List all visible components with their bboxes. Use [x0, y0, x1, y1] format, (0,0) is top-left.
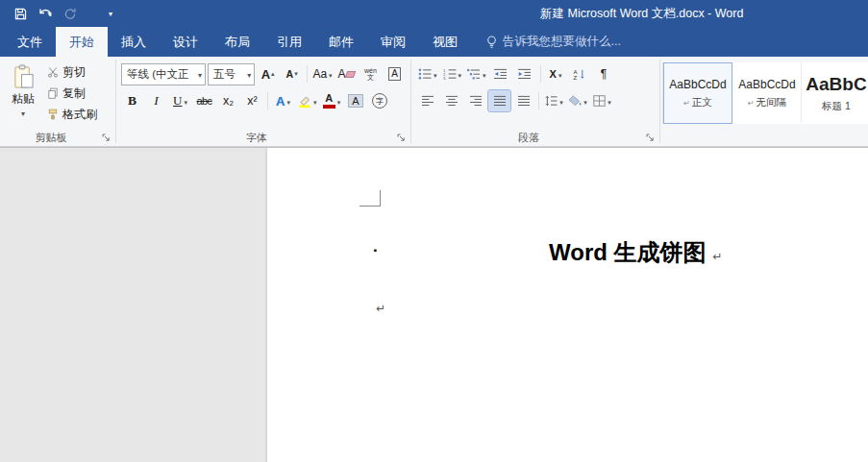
tab-home[interactable]: 开始 — [56, 27, 108, 57]
justify-icon — [493, 95, 507, 107]
strikethrough-button[interactable]: abc — [193, 90, 215, 111]
increase-indent-button[interactable] — [514, 63, 536, 85]
style-card-no-spacing[interactable]: AaBbCcDd ↵ 无间隔 — [732, 62, 802, 124]
formatting-dot-mark: · — [373, 242, 379, 258]
show-formatting-marks-button[interactable]: ¶ — [593, 63, 615, 85]
style-card-normal[interactable]: AaBbCcDd ↵ 正文 — [663, 62, 732, 124]
enclose-characters-button[interactable]: 字 — [369, 90, 391, 111]
highlight-color-button[interactable] — [296, 90, 319, 111]
subscript-button[interactable]: x₂ — [217, 90, 239, 111]
style-preview: AaBbCcDd — [738, 78, 795, 91]
tell-me-box[interactable]: 告诉我您想要做什么... — [486, 27, 621, 57]
undo-dropdown-icon[interactable] — [47, 10, 51, 18]
change-case-button[interactable]: Aa — [311, 63, 334, 85]
redo-button[interactable] — [58, 0, 83, 27]
svg-text:Z: Z — [574, 75, 578, 81]
text-effects-button[interactable]: A — [272, 90, 294, 111]
font-dialog-launcher[interactable] — [396, 133, 407, 143]
underline-button[interactable]: U — [169, 90, 191, 111]
chevron-down-icon — [109, 9, 112, 18]
bold-button[interactable]: B — [121, 90, 143, 111]
increase-indent-icon — [518, 68, 532, 80]
format-painter-button[interactable]: 格式刷 — [47, 105, 97, 124]
line-spacing-button[interactable] — [543, 90, 565, 111]
titlebar: 新建 Microsoft Word 文档.docx - Word — [0, 0, 868, 27]
decrease-indent-button[interactable] — [490, 63, 512, 85]
copy-button[interactable]: 复制 — [47, 84, 97, 103]
document-area[interactable]: · Word 生成饼图 ↵ ↵ — [0, 147, 868, 462]
tab-insert[interactable]: 插入 — [108, 27, 160, 57]
font-group: 等线 (中文正 五号 A A Aa A wén文 — [116, 57, 410, 146]
align-left-button[interactable] — [416, 90, 438, 111]
borders-grid-icon — [593, 95, 606, 107]
shrink-font-button[interactable]: A — [281, 63, 303, 85]
align-left-icon — [421, 95, 434, 107]
undo-button[interactable] — [33, 0, 58, 27]
bullets-button[interactable] — [416, 63, 439, 85]
chevron-down-icon — [198, 68, 202, 80]
paragraph-group: 1.2.3. X — [411, 57, 659, 146]
tab-file[interactable]: 文件 — [4, 27, 56, 57]
borders-button[interactable] — [591, 90, 613, 111]
paint-bucket-icon — [569, 95, 582, 107]
align-center-icon — [445, 95, 459, 107]
character-shading-button[interactable]: A — [345, 90, 367, 111]
save-button[interactable] — [8, 0, 33, 27]
tab-review[interactable]: 审阅 — [367, 27, 419, 57]
font-size-combobox[interactable]: 五号 — [208, 63, 255, 85]
align-right-icon — [469, 95, 483, 107]
multilevel-list-button[interactable] — [465, 63, 488, 85]
chevron-down-icon — [457, 67, 462, 81]
paste-label: 粘贴 — [12, 91, 35, 108]
tab-view[interactable]: 视图 — [419, 27, 471, 57]
clear-formatting-button[interactable]: A — [335, 63, 358, 85]
styles-gallery: AaBbCcDd ↵ 正文 AaBbCcDd ↵ 无间隔 AaBbC 标题 1 — [662, 62, 868, 124]
chevron-down-icon — [481, 67, 486, 81]
numbering-button[interactable]: 1.2.3. — [441, 63, 464, 85]
document-page[interactable]: · Word 生成饼图 ↵ ↵ — [267, 148, 868, 462]
shading-button[interactable] — [567, 90, 589, 111]
copy-icon — [47, 87, 59, 99]
ribbon: 粘贴 剪切 复制 — [0, 57, 868, 147]
quick-access-toolbar — [0, 0, 123, 27]
style-label: ↵ 正文 — [683, 96, 712, 109]
font-color-indicator — [323, 105, 335, 109]
document-heading[interactable]: Word 生成饼图 ↵ — [549, 237, 722, 268]
format-painter-icon — [47, 109, 59, 120]
chevron-down-icon — [21, 109, 25, 118]
font-name-value: 等线 (中文正 — [127, 67, 189, 82]
justify-button[interactable] — [488, 90, 510, 111]
sort-button[interactable]: AZ — [569, 63, 591, 85]
svg-text:A: A — [574, 68, 578, 74]
tab-layout[interactable]: 布局 — [211, 27, 263, 57]
ribbon-tab-bar: 文件 开始 插入 设计 布局 引用 邮件 审阅 视图 告诉我您想要做什么... — [0, 27, 868, 57]
style-preview: AaBbC — [806, 74, 866, 95]
align-right-button[interactable] — [464, 90, 486, 111]
clipboard-dialog-launcher[interactable] — [101, 133, 112, 143]
grow-font-button[interactable]: A — [257, 63, 279, 85]
eraser-icon — [345, 71, 357, 78]
tab-design[interactable]: 设计 — [160, 27, 211, 57]
asian-layout-button[interactable]: X — [545, 63, 567, 85]
margin-crop-mark — [360, 190, 381, 207]
font-name-combobox[interactable]: 等线 (中文正 — [121, 63, 206, 85]
cut-button[interactable]: 剪切 — [47, 62, 97, 82]
character-border-button[interactable]: A — [384, 63, 406, 85]
phonetic-guide-button[interactable]: wén文 — [360, 63, 382, 85]
tab-mailings[interactable]: 邮件 — [315, 27, 367, 57]
font-color-button[interactable]: A — [321, 90, 343, 111]
align-center-button[interactable] — [440, 90, 462, 111]
heading-text[interactable]: Word 生成饼图 — [549, 239, 707, 265]
scissors-icon — [47, 66, 59, 78]
paste-button[interactable]: 粘贴 — [3, 62, 43, 128]
italic-button[interactable]: I — [145, 90, 167, 111]
customize-quick-access-button[interactable] — [98, 0, 123, 27]
paragraph-dialog-launcher[interactable] — [645, 133, 656, 143]
paragraph-mark: ↵ — [712, 250, 722, 263]
distributed-button[interactable] — [512, 90, 534, 111]
superscript-button[interactable]: x² — [241, 90, 263, 111]
chevron-down-icon — [285, 94, 290, 108]
style-card-heading1[interactable]: AaBbC 标题 1 — [802, 62, 868, 124]
tab-references[interactable]: 引用 — [263, 27, 315, 57]
chevron-down-icon — [606, 94, 611, 108]
